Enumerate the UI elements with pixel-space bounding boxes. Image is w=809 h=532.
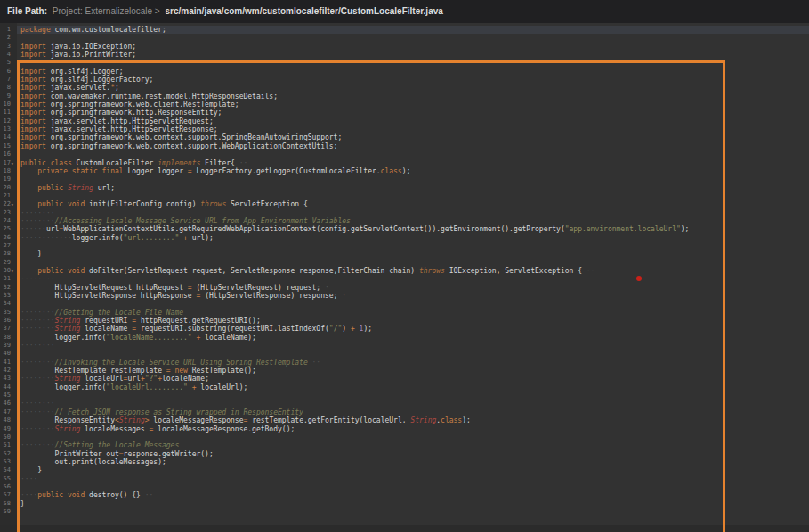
code-line[interactable] xyxy=(20,34,809,42)
code-line[interactable]: ········//Invoking the Locale Service UR… xyxy=(20,359,809,367)
line-number: 45 xyxy=(0,391,17,399)
line-number: 31 xyxy=(0,275,17,283)
line-number: 10 xyxy=(0,101,17,109)
code-line[interactable]: out.print(localeMessages); xyxy=(20,458,809,466)
code-line[interactable]: ········ xyxy=(20,399,809,407)
code-token-kw: import xyxy=(20,142,46,150)
code-token-pl: org.slf4j.LoggerFactory; xyxy=(46,76,153,84)
code-token-pl: ResponseEntity xyxy=(20,416,115,424)
code-line[interactable]: package com.wm.customlocalefilter; xyxy=(20,26,809,34)
line-number: 43 xyxy=(0,375,17,383)
code-line[interactable]: RestTemplate restTemplate = new RestTemp… xyxy=(20,367,809,375)
line-number: 57 xyxy=(0,491,17,499)
code-line[interactable] xyxy=(20,508,809,516)
code-line[interactable]: import org.springframework.http.Response… xyxy=(20,109,809,117)
code-line[interactable]: import javax.servlet.http.HttpServletReq… xyxy=(20,117,809,125)
line-number: 41 xyxy=(0,359,17,367)
code-line[interactable]: import java.io.PrintWriter; xyxy=(20,51,809,59)
line-number: 22▾ xyxy=(0,200,17,208)
code-token-kw: public void xyxy=(37,267,85,275)
code-token-ws: ·· xyxy=(308,359,320,367)
code-line[interactable]: PrintWriter out=response.getWriter(); xyxy=(20,450,809,458)
code-line[interactable]: ········ xyxy=(20,209,809,217)
code-line[interactable]: ······url=WebApplicationContextUtils.get… xyxy=(20,225,809,233)
annotation-red-dot-icon xyxy=(636,276,642,281)
code-line[interactable]: ResponseEntity<String> localeMessageResp… xyxy=(20,416,809,424)
code-line[interactable]: import javax.servlet.*; xyxy=(20,84,809,92)
code-token-pl: httpRequest.getRequestURI(); xyxy=(136,317,261,325)
code-line[interactable] xyxy=(20,242,809,250)
fold-arrow-icon[interactable]: ▾ xyxy=(11,267,17,275)
code-line[interactable]: logger.info("localeUrl........" + locale… xyxy=(20,383,809,391)
code-line[interactable]: import org.springframework.web.context.s… xyxy=(20,133,809,141)
code-line[interactable]: } xyxy=(20,250,809,258)
code-line[interactable]: ········String localeUrl=url+"?"+localeN… xyxy=(20,375,809,383)
code-line[interactable]: public String url; xyxy=(20,184,809,192)
code-line[interactable]: ········String requestURI = httpRequest.… xyxy=(20,317,809,325)
code-token-pl: javax.servlet. xyxy=(46,84,110,92)
code-line[interactable]: ········//Getting the Locale File Name xyxy=(20,309,809,317)
code-line[interactable]: public void doFilter(ServletRequest requ… xyxy=(20,267,809,275)
fold-arrow-icon[interactable]: ▾ xyxy=(11,159,17,167)
line-number: 7 xyxy=(0,76,17,84)
code-line[interactable]: HttpServletRequest httpRequest = (HttpSe… xyxy=(20,284,809,292)
code-editor[interactable]: 1234567891011121314151617▾1819202122▾232… xyxy=(0,23,809,532)
code-token-pl: } xyxy=(20,500,25,508)
code-line[interactable]: ············logger.info("url........" + … xyxy=(20,234,809,242)
code-line[interactable]: ···· xyxy=(20,475,809,483)
code-token-kw: new xyxy=(174,367,187,375)
code-line[interactable]: } xyxy=(20,466,809,474)
code-token-pl: localeName xyxy=(80,325,132,333)
code-line[interactable]: HttpServletResponse httpResponse = (Http… xyxy=(20,292,809,300)
code-line[interactable] xyxy=(20,350,809,358)
code-line[interactable] xyxy=(20,150,809,158)
code-line[interactable] xyxy=(20,175,809,183)
code-content[interactable]: package com.wm.customlocalefilter;import… xyxy=(20,26,809,516)
code-line[interactable]: ········// Fetch JSON response as String… xyxy=(20,408,809,416)
code-token-typ: String xyxy=(410,416,436,424)
code-line[interactable]: import org.slf4j.Logger; xyxy=(20,68,809,76)
code-line[interactable]: private static final Logger logger = Log… xyxy=(20,167,809,175)
code-token-pl xyxy=(20,184,37,192)
code-line[interactable]: ········//Setting the Locale Messages xyxy=(20,441,809,449)
file-path-value: src/main/java/com/wm/customlocalefilter/… xyxy=(165,6,442,16)
code-line[interactable]: ········//Accessing Lacale Message Servi… xyxy=(20,217,809,225)
code-line[interactable] xyxy=(20,59,809,67)
code-token-pl: ) xyxy=(342,325,351,333)
code-line[interactable] xyxy=(20,259,809,267)
code-token-pl: } xyxy=(20,250,42,258)
code-line[interactable]: ········ xyxy=(20,275,809,283)
code-line[interactable]: ····public void destroy() {} ·· xyxy=(20,491,809,499)
code-line[interactable]: ········String localeMessages = localeMe… xyxy=(20,425,809,433)
code-line[interactable] xyxy=(20,300,809,308)
code-line[interactable]: public class CustomLocaleFilter implemen… xyxy=(20,159,809,167)
code-line[interactable]: import javax.servlet.http.HttpServletRes… xyxy=(20,125,809,133)
code-token-pl: requestURI.substring(requestURI.lastInde… xyxy=(136,325,329,333)
code-line[interactable]: import java.io.IOException; xyxy=(20,43,809,51)
code-token-pl: url xyxy=(127,375,140,383)
code-line[interactable] xyxy=(20,483,809,491)
code-line[interactable]: import org.slf4j.LoggerFactory; xyxy=(20,76,809,84)
code-line[interactable]: public void init(FilterConfig config) th… xyxy=(20,200,809,208)
code-line[interactable]: } xyxy=(20,500,809,508)
code-line[interactable]: import org.springframework.web.client.Re… xyxy=(20,101,809,109)
code-line[interactable]: logger.info("localeName........" + local… xyxy=(20,334,809,342)
code-line[interactable] xyxy=(20,192,809,200)
line-number: 44 xyxy=(0,383,17,391)
code-token-ws: ············ xyxy=(20,234,72,242)
fold-arrow-icon[interactable]: ▾ xyxy=(11,200,17,208)
code-token-pl: ; xyxy=(115,84,119,92)
code-token-pl: localeUrl); xyxy=(197,383,248,391)
code-token-kw: package xyxy=(20,26,51,34)
code-line[interactable]: ········String localeName = requestURI.s… xyxy=(20,325,809,333)
code-line[interactable] xyxy=(20,391,809,399)
code-token-pl: localeMessageResponse.getBody(); xyxy=(153,425,295,433)
code-token-ws: ········ xyxy=(20,317,55,325)
line-number: 23 xyxy=(0,209,17,217)
code-line[interactable]: import com.wavemaker.runtime.rest.model.… xyxy=(20,93,809,101)
code-token-ws: ········ xyxy=(20,408,55,416)
code-token-ws: ······ xyxy=(20,225,46,233)
code-line[interactable] xyxy=(20,433,809,441)
code-line[interactable]: import org.springframework.web.context.s… xyxy=(20,142,809,150)
code-line[interactable]: ········ xyxy=(20,342,809,350)
